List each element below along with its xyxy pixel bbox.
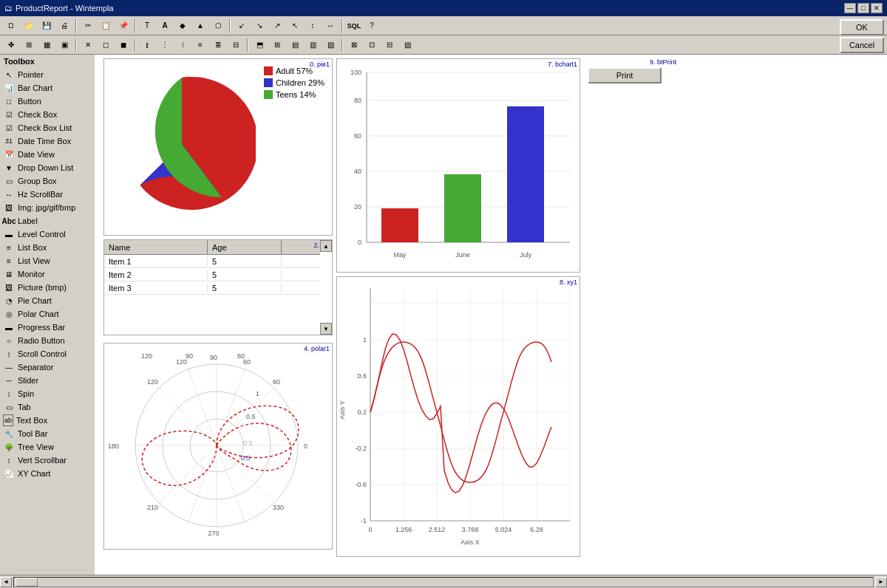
sidebar-item-checkbox[interactable]: ☑ Check Box: [0, 108, 95, 121]
scroll-right-arrow[interactable]: ►: [875, 577, 887, 587]
sidebar-item-checkboxlist[interactable]: ☑ Check Box List: [0, 121, 95, 134]
toolbar2-t9[interactable]: ⋮: [157, 38, 173, 52]
toolbar-new[interactable]: 🗋: [3, 18, 19, 33]
sidebar-item-treeview[interactable]: 🌳 Tree View: [0, 440, 95, 454]
close-button[interactable]: ✕: [871, 3, 883, 13]
sidebar-label-spin: Spin: [18, 389, 34, 398]
toolbar-s6[interactable]: ↔: [322, 18, 339, 33]
toolbar2-t4[interactable]: ▣: [56, 38, 72, 52]
sidebar-item-xychart[interactable]: 📈 XY Chart: [0, 467, 95, 480]
toolbar2-t14[interactable]: ⬒: [251, 38, 268, 52]
sidebar-item-levelcontrol[interactable]: ▬ Level Control: [0, 228, 95, 241]
sidebar-item-spin[interactable]: ↕ Spin: [0, 387, 95, 400]
toolbox-title: Toolbox: [0, 55, 95, 68]
toolbar2-t18[interactable]: ▧: [322, 38, 339, 52]
sidebar-item-hzscrollbar[interactable]: ↔ Hz ScrollBar: [0, 188, 95, 201]
toolbar-copy[interactable]: 📋: [98, 18, 114, 33]
toolbar-open[interactable]: 📁: [21, 18, 37, 33]
sidebar-label-xychart: XY Chart: [18, 469, 50, 478]
list-scroll-up[interactable]: ▲: [320, 240, 332, 252]
legend-children-color: [264, 78, 273, 87]
sidebar-label-radiobutton: Radio Button: [18, 336, 65, 345]
toolbar-print[interactable]: 🖨: [56, 18, 72, 33]
sidebar-item-polarchart[interactable]: ◎ Polar Chart: [0, 307, 95, 321]
sidebar-item-monitor[interactable]: 🖥 Monitor: [0, 267, 95, 281]
sidebar-item-label[interactable]: Abc Label: [0, 214, 95, 228]
toolbar2-t17[interactable]: ▥: [305, 38, 321, 52]
toolbar-cut[interactable]: ✂: [80, 18, 96, 33]
toolbar-paste[interactable]: 📌: [115, 18, 132, 33]
sidebar-item-picturebmp[interactable]: 🖼 Picture (bmp): [0, 281, 95, 294]
sidebar-item-scrollcontrol[interactable]: ↕ Scroll Control: [0, 347, 95, 360]
sidebar-item-listview[interactable]: ≡ List View: [0, 254, 95, 267]
sidebar-item-listbox[interactable]: ≡ List Box: [0, 241, 95, 254]
toolbar2-t12[interactable]: ≣: [210, 38, 226, 52]
sidebar-item-tab[interactable]: ▭ Tab: [0, 400, 95, 414]
toolbar2-t16[interactable]: ▤: [287, 38, 303, 52]
sidebar-item-radiobutton[interactable]: ○ Radio Button: [0, 334, 95, 347]
canvas-area[interactable]: 0. pie1 Adult 57% Children 29% Teens 14%: [96, 55, 887, 575]
sidebar-item-dateview[interactable]: 📅 Date View: [0, 148, 95, 161]
toolbar2-t7[interactable]: ◼: [115, 38, 132, 52]
toolbar2-t10[interactable]: ⫶: [174, 38, 191, 52]
toolbar2-t6[interactable]: ◻: [98, 38, 114, 52]
toolbar-textA[interactable]: A: [157, 18, 173, 33]
sidebar-item-progressbar[interactable]: ▬ Progress Bar: [0, 321, 95, 334]
toolbar2-t13[interactable]: ⊟: [228, 38, 244, 52]
sidebar-item-barchart[interactable]: 📊 Bar Chart: [0, 81, 95, 95]
toolbar2-t15[interactable]: ⊞: [269, 38, 285, 52]
toolbar-s1[interactable]: ↙: [234, 18, 250, 33]
scrollbar-track[interactable]: [13, 577, 874, 587]
title-bar-controls: — □ ✕: [844, 3, 883, 13]
toolbar-shape1[interactable]: ◆: [174, 18, 191, 33]
minimize-button[interactable]: —: [844, 3, 856, 13]
sidebar-item-piechart[interactable]: ◔ Pie Chart: [0, 294, 95, 307]
toolbar2-t19[interactable]: ⊠: [346, 38, 362, 52]
sidebar-item-separator[interactable]: — Separator: [0, 360, 95, 374]
toolbar2-t1[interactable]: ✤: [3, 38, 19, 52]
sidebar-item-vertscrollbar[interactable]: ↕ Vert Scrollbar: [0, 454, 95, 467]
toolbar-save[interactable]: 💾: [38, 18, 55, 33]
cancel-button[interactable]: Cancel: [840, 37, 884, 53]
svg-text:0.5: 0.5: [246, 413, 256, 420]
toolbar-s4[interactable]: ↖: [287, 18, 303, 33]
toolbar2-t11[interactable]: ≡: [192, 38, 208, 52]
toolbar-s3[interactable]: ↗: [269, 18, 285, 33]
maximize-button[interactable]: □: [857, 3, 869, 13]
print-button[interactable]: Print: [588, 67, 662, 83]
toolbar-s2[interactable]: ↘: [251, 18, 268, 33]
toolbar2-t20[interactable]: ⊡: [364, 38, 380, 52]
list-cell-age-1: 5: [208, 257, 282, 266]
scrollbar-thumb[interactable]: [16, 578, 38, 587]
sidebar-item-textbox[interactable]: ab Text Box: [0, 414, 95, 427]
toolbar2-t3[interactable]: ▦: [38, 38, 55, 52]
scroll-left-arrow[interactable]: ◄: [0, 577, 12, 587]
sidebar-item-datetimebox[interactable]: 31 Date Time Box: [0, 134, 95, 148]
toolbar2-t21[interactable]: ⊟: [381, 38, 398, 52]
toolbar-text[interactable]: T: [139, 18, 155, 33]
toolbar2-t2[interactable]: ⊞: [21, 38, 37, 52]
toolbar-help[interactable]: ?: [364, 18, 380, 33]
list-scroll-down[interactable]: ▼: [320, 323, 332, 335]
sidebar-item-pointer[interactable]: ↖ Pointer: [0, 68, 95, 81]
sidebar-item-slider[interactable]: ─ Slider: [0, 374, 95, 387]
list-cell-age-2: 5: [208, 270, 282, 279]
toolbar2-t5[interactable]: ✕: [80, 38, 96, 52]
sidebar-item-img[interactable]: 🖼 Img: jpg/gif/bmp: [0, 201, 95, 214]
toolbar-sql[interactable]: SQL: [346, 18, 362, 33]
list-row-2: Item 2 5: [104, 268, 320, 281]
legend-teens-color: [264, 90, 273, 99]
toolbar-s5[interactable]: ↕: [305, 18, 321, 33]
ok-button[interactable]: OK: [840, 19, 884, 35]
sidebar-item-button[interactable]: □ Button: [0, 95, 95, 108]
toolbar2-t8[interactable]: ⫿: [139, 38, 155, 52]
sidebar-item-groupbox[interactable]: ▭ Group Box: [0, 174, 95, 188]
svg-text:1.256: 1.256: [395, 526, 412, 533]
toolbar2-t22[interactable]: ▧: [399, 38, 415, 52]
sidebar-item-toolbar[interactable]: 🔧 Tool Bar: [0, 427, 95, 440]
toolbar-shape2[interactable]: ▲: [192, 18, 208, 33]
toolbar-shape3[interactable]: ⬡: [210, 18, 226, 33]
sidebar-item-dropdown[interactable]: ▼ Drop Down List: [0, 161, 95, 174]
svg-text:0: 0: [304, 442, 307, 450]
textbox-icon: ab: [3, 414, 13, 426]
